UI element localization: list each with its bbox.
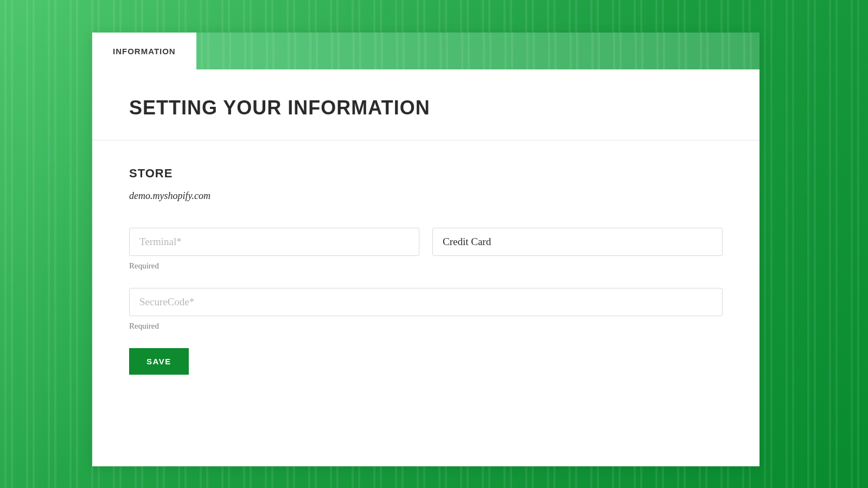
save-button[interactable]: SAVE — [129, 348, 189, 375]
tab-information[interactable]: INFORMATION — [92, 33, 196, 69]
tabs-spacer — [196, 33, 760, 69]
secure-code-input[interactable] — [129, 288, 723, 316]
header-section: SETTING YOUR INFORMATION — [92, 69, 760, 140]
secure-code-helper: Required — [129, 322, 723, 331]
terminal-helper: Required — [129, 261, 419, 271]
settings-card: INFORMATION SETTING YOUR INFORMATION STO… — [92, 33, 760, 466]
tabs-row: INFORMATION — [92, 33, 760, 69]
terminal-field-wrapper: Required — [129, 228, 419, 271]
store-section-title: STORE — [129, 166, 723, 181]
credit-card-input[interactable] — [432, 228, 723, 256]
save-button-label: SAVE — [146, 357, 171, 366]
tab-information-label: INFORMATION — [113, 47, 176, 56]
credit-card-field-wrapper — [432, 228, 723, 271]
terminal-input[interactable] — [129, 228, 419, 256]
page-title: SETTING YOUR INFORMATION — [129, 97, 723, 119]
secure-code-field-wrapper: Required — [129, 288, 723, 331]
form-row-1: Required — [129, 228, 723, 271]
store-domain: demo.myshopify.com — [129, 190, 723, 202]
content-section: STORE demo.myshopify.com Required Requir… — [92, 140, 760, 396]
